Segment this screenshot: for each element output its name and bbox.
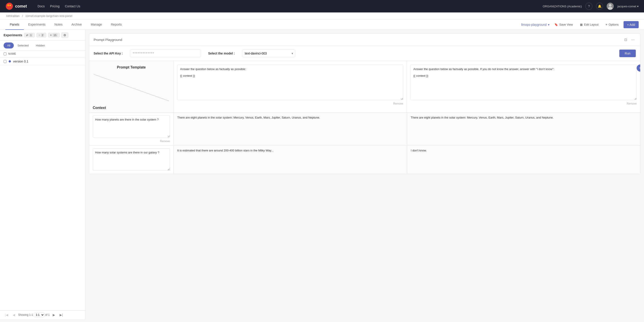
breadcrumb-workspace[interactable]: lothiraldan — [6, 14, 20, 18]
model-label: Select the model : — [208, 52, 235, 55]
nav-links: Docs Pricing Contact Us — [38, 4, 536, 8]
context-cell-1: How many planets are there in the solar … — [89, 112, 174, 146]
tab-archive[interactable]: Archive — [67, 20, 86, 30]
sidebar-title: Experiments — [4, 33, 22, 37]
notifications-button[interactable]: 🔔 — [596, 3, 603, 10]
model-select-wrapper: text-davinci-003 gpt-3.5-turbo gpt-4 ▾ — [242, 50, 295, 57]
panel-title: Prompt Playground — [94, 38, 122, 42]
api-key-label: Select the API Key : — [94, 52, 123, 55]
page-select[interactable]: 1-1 — [34, 313, 44, 317]
org-label: ORGANIZATIONS (Academic) — [542, 5, 582, 8]
data-row-2: How many solar systems are there in our … — [89, 146, 640, 174]
more-options-icon[interactable]: ⋯ — [630, 37, 636, 42]
user-label[interactable]: jacques-comet ▾ — [617, 5, 639, 8]
tab-panels[interactable]: Panels — [5, 20, 24, 30]
filter-hidden[interactable]: Hidden — [32, 42, 48, 48]
nav-docs[interactable]: Docs — [38, 4, 45, 8]
template-textarea-2[interactable]: Answer the question below as factually a… — [410, 64, 637, 100]
expand-icon[interactable]: ⊡ — [623, 37, 628, 42]
response-cell-1-2: There are eight planets in the solar sys… — [407, 112, 640, 146]
help-button[interactable]: ? — [585, 3, 592, 10]
experiment-name[interactable]: version 0.1 — [13, 60, 28, 63]
logo[interactable]: comet — [5, 2, 27, 10]
nav-pricing[interactable]: Pricing — [50, 4, 60, 8]
context-textarea-2[interactable]: How many solar systems are there in our … — [93, 148, 170, 170]
table-row: version 0.1 — [0, 57, 85, 66]
nav-contact[interactable]: Contact Us — [65, 4, 80, 8]
data-row-1: How many planets are there in the solar … — [89, 112, 640, 146]
content-area: Prompt Playground ⊡ ⋯ Select the API Key… — [86, 30, 644, 319]
model-select[interactable]: text-davinci-003 gpt-3.5-turbo gpt-4 — [242, 50, 295, 57]
tab-reports[interactable]: Reports — [106, 20, 126, 30]
sidebar-table-header: NAME — [0, 50, 85, 57]
filter-all[interactable]: All — [4, 42, 14, 48]
select-all-checkbox[interactable] — [4, 52, 6, 55]
response-cell-2-2: I don't know. — [407, 146, 640, 174]
diagonal-line-area — [89, 72, 174, 103]
tabs-list: Panels Experiments Notes Archive Manage … — [5, 20, 521, 30]
filter-chip-2[interactable]: ↕ 2 — [36, 33, 46, 37]
template-header-row: Prompt Template Context Answer the quest… — [89, 61, 640, 112]
svg-line-5 — [94, 74, 169, 101]
nav-right: ORGANIZATIONS (Academic) ? 🔔 jacques-com… — [542, 3, 639, 10]
sidebar-header: Experiments ⇄ 1 ↕ 2 ≡ 15 ⚙ — [0, 30, 85, 41]
filter-selected[interactable]: Selected — [14, 42, 32, 48]
last-page-button[interactable]: ▶| — [58, 313, 64, 317]
first-page-button[interactable]: |◀ — [4, 313, 10, 317]
tabs-right: llmops-playground ▾ 🔖 Save View ▦ Edit L… — [521, 21, 639, 28]
sidebar-filter-bar: All Selected Hidden — [0, 41, 85, 50]
workspace-selector[interactable]: llmops-playground ▾ — [521, 23, 550, 26]
row-checkbox[interactable] — [4, 60, 6, 63]
tabs-bar: Panels Experiments Notes Archive Manage … — [0, 20, 644, 30]
svg-point-3 — [609, 4, 612, 7]
svg-point-4 — [608, 7, 612, 10]
avatar — [607, 3, 614, 10]
save-view-button[interactable]: 🔖 Save View — [552, 22, 575, 28]
svg-point-2 — [10, 5, 11, 6]
add-template-button[interactable]: + — [637, 64, 640, 72]
showing-text: Showing 1-1 1-1 of 1 — [18, 313, 50, 317]
prev-page-button[interactable]: ◀ — [11, 313, 16, 317]
main-layout: Experiments ⇄ 1 ↕ 2 ≡ 15 ⚙ All Selected … — [0, 30, 644, 319]
options-button[interactable]: ≡ Options — [603, 22, 621, 28]
left-col: Prompt Template Context — [89, 61, 174, 112]
filter-chip-3[interactable]: ≡ 15 — [48, 33, 59, 37]
template-textarea-1[interactable]: Answer the question below as factually a… — [177, 64, 403, 100]
menu-icon: ≡ — [606, 23, 607, 26]
prompt-template-label: Prompt Template — [89, 61, 174, 72]
bookmark-icon: 🔖 — [554, 23, 558, 26]
context-textarea-1[interactable]: How many planets are there in the solar … — [93, 116, 170, 138]
edit-layout-button[interactable]: ▦ Edit Layout — [578, 22, 601, 28]
layout-icon: ▦ — [580, 23, 582, 26]
run-button[interactable]: Run — [619, 50, 636, 57]
panel-header-icons: ⊡ ⋯ — [623, 37, 636, 42]
gear-icon: ⚙ — [64, 33, 66, 37]
template-col-1: Answer the question below as factually a… — [174, 61, 407, 112]
panel-header: Prompt Playground ⊡ ⋯ — [89, 34, 640, 46]
breadcrumb-separator: / — [22, 14, 23, 18]
remove-context-1[interactable]: Remove — [93, 140, 170, 143]
panel-card: Prompt Playground ⊡ ⋯ Select the API Key… — [89, 33, 640, 174]
api-key-row: Select the API Key : Select the model : … — [89, 46, 640, 61]
tab-notes[interactable]: Notes — [50, 20, 67, 30]
sidebar-footer: |◀ ◀ Showing 1-1 1-1 of 1 ▶ ▶| — [0, 310, 85, 319]
context-label: Context — [89, 103, 174, 112]
settings-chip[interactable]: ⚙ — [62, 32, 68, 38]
response-cell-1-1: There are eight planets in the solar sys… — [174, 112, 407, 146]
filter-chip-1[interactable]: ⇄ 1 — [24, 33, 35, 37]
add-button[interactable]: + Add — [624, 21, 639, 28]
next-page-button[interactable]: ▶ — [51, 313, 56, 317]
top-nav: comet Docs Pricing Contact Us ORGANIZATI… — [0, 0, 644, 12]
tab-manage[interactable]: Manage — [86, 20, 106, 30]
breadcrumb-project[interactable]: comet-example-langchain-test-panel — [26, 14, 72, 18]
logo-text: comet — [15, 4, 27, 9]
svg-point-1 — [7, 4, 9, 6]
breadcrumb: lothiraldan / comet-example-langchain-te… — [0, 12, 644, 20]
tab-experiments[interactable]: Experiments — [24, 20, 50, 30]
remove-template-1[interactable]: Remove — [177, 102, 403, 105]
context-cell-2: How many solar systems are there in our … — [89, 146, 174, 174]
remove-template-2[interactable]: Remove — [410, 102, 637, 105]
svg-point-0 — [6, 3, 13, 10]
response-cell-2-1: It is estimated that there are around 20… — [174, 146, 407, 174]
api-key-input[interactable] — [130, 50, 201, 57]
